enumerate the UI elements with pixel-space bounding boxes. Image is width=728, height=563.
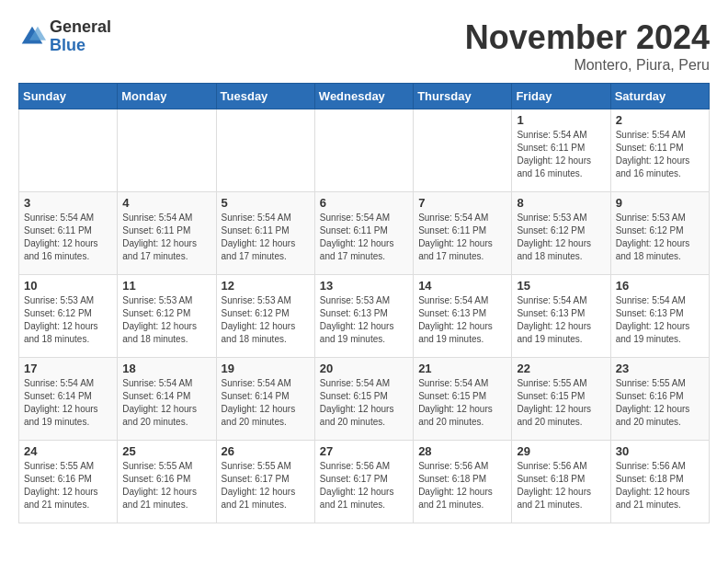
calendar-cell: 3Sunrise: 5:54 AMSunset: 6:11 PMDaylight… — [19, 192, 118, 275]
calendar-cell: 10Sunrise: 5:53 AMSunset: 6:12 PMDayligh… — [19, 275, 118, 358]
day-info: Sunrise: 5:55 AMSunset: 6:16 PMDaylight:… — [616, 377, 704, 429]
day-info: Sunrise: 5:55 AMSunset: 6:16 PMDaylight:… — [122, 460, 210, 511]
calendar-cell — [118, 109, 216, 192]
day-info: Sunrise: 5:53 AMSunset: 6:13 PMDaylight:… — [320, 294, 408, 346]
calendar-cell: 6Sunrise: 5:54 AMSunset: 6:11 PMDaylight… — [314, 192, 413, 275]
day-number: 15 — [517, 279, 605, 293]
calendar-cell: 5Sunrise: 5:54 AMSunset: 6:11 PMDaylight… — [216, 192, 314, 275]
day-number: 10 — [24, 279, 112, 293]
calendar-cell — [216, 109, 314, 192]
title-block: November 2024 Montero, Piura, Peru — [465, 18, 710, 74]
day-info: Sunrise: 5:56 AMSunset: 6:17 PMDaylight:… — [320, 460, 408, 511]
day-number: 14 — [418, 279, 506, 293]
calendar-cell: 19Sunrise: 5:54 AMSunset: 6:14 PMDayligh… — [216, 358, 314, 441]
logo-general-text: General — [50, 18, 111, 37]
day-number: 27 — [320, 444, 408, 458]
day-number: 28 — [418, 444, 506, 458]
calendar-cell: 17Sunrise: 5:54 AMSunset: 6:14 PMDayligh… — [19, 358, 118, 441]
calendar-cell: 20Sunrise: 5:54 AMSunset: 6:15 PMDayligh… — [314, 358, 413, 441]
day-number: 29 — [517, 444, 605, 458]
day-info: Sunrise: 5:54 AMSunset: 6:13 PMDaylight:… — [616, 294, 704, 346]
calendar-header-row: SundayMondayTuesdayWednesdayThursdayFrid… — [19, 84, 710, 109]
day-number: 8 — [517, 196, 605, 210]
calendar-cell: 12Sunrise: 5:53 AMSunset: 6:12 PMDayligh… — [216, 275, 314, 358]
calendar-cell: 23Sunrise: 5:55 AMSunset: 6:16 PMDayligh… — [610, 358, 709, 441]
day-info: Sunrise: 5:54 AMSunset: 6:14 PMDaylight:… — [122, 377, 210, 429]
calendar-week-5: 24Sunrise: 5:55 AMSunset: 6:16 PMDayligh… — [19, 441, 710, 523]
day-number: 12 — [222, 279, 310, 293]
day-number: 4 — [122, 196, 210, 210]
calendar-week-1: 1Sunrise: 5:54 AMSunset: 6:11 PMDaylight… — [19, 109, 710, 192]
page-header: General Blue November 2024 Montero, Piur… — [18, 18, 710, 74]
col-header-friday: Friday — [512, 84, 610, 109]
calendar-cell: 28Sunrise: 5:56 AMSunset: 6:18 PMDayligh… — [414, 441, 512, 523]
day-info: Sunrise: 5:54 AMSunset: 6:14 PMDaylight:… — [222, 377, 310, 429]
calendar-cell: 27Sunrise: 5:56 AMSunset: 6:17 PMDayligh… — [314, 441, 413, 523]
day-info: Sunrise: 5:55 AMSunset: 6:16 PMDaylight:… — [24, 460, 112, 511]
col-header-wednesday: Wednesday — [314, 84, 413, 109]
day-number: 1 — [517, 113, 605, 127]
calendar-cell: 14Sunrise: 5:54 AMSunset: 6:13 PMDayligh… — [414, 275, 512, 358]
day-info: Sunrise: 5:54 AMSunset: 6:14 PMDaylight:… — [24, 377, 112, 429]
day-info: Sunrise: 5:53 AMSunset: 6:12 PMDaylight:… — [24, 294, 112, 346]
day-info: Sunrise: 5:53 AMSunset: 6:12 PMDaylight:… — [122, 294, 210, 346]
day-number: 5 — [222, 196, 310, 210]
day-info: Sunrise: 5:54 AMSunset: 6:11 PMDaylight:… — [222, 212, 310, 263]
col-header-sunday: Sunday — [19, 84, 118, 109]
calendar-cell: 8Sunrise: 5:53 AMSunset: 6:12 PMDaylight… — [512, 192, 610, 275]
day-info: Sunrise: 5:54 AMSunset: 6:13 PMDaylight:… — [517, 294, 605, 346]
calendar-cell: 18Sunrise: 5:54 AMSunset: 6:14 PMDayligh… — [118, 358, 216, 441]
logo: General Blue — [18, 18, 111, 55]
day-info: Sunrise: 5:54 AMSunset: 6:11 PMDaylight:… — [24, 212, 112, 263]
calendar-cell: 25Sunrise: 5:55 AMSunset: 6:16 PMDayligh… — [118, 441, 216, 523]
day-info: Sunrise: 5:53 AMSunset: 6:12 PMDaylight:… — [616, 212, 704, 263]
calendar-cell: 30Sunrise: 5:56 AMSunset: 6:18 PMDayligh… — [610, 441, 709, 523]
day-info: Sunrise: 5:56 AMSunset: 6:18 PMDaylight:… — [616, 460, 704, 511]
calendar-cell: 2Sunrise: 5:54 AMSunset: 6:11 PMDaylight… — [610, 109, 709, 192]
calendar-week-4: 17Sunrise: 5:54 AMSunset: 6:14 PMDayligh… — [19, 358, 710, 441]
calendar-cell: 11Sunrise: 5:53 AMSunset: 6:12 PMDayligh… — [118, 275, 216, 358]
calendar-cell — [314, 109, 413, 192]
day-info: Sunrise: 5:55 AMSunset: 6:15 PMDaylight:… — [517, 377, 605, 429]
day-info: Sunrise: 5:54 AMSunset: 6:15 PMDaylight:… — [418, 377, 506, 429]
day-number: 16 — [616, 279, 704, 293]
day-info: Sunrise: 5:53 AMSunset: 6:12 PMDaylight:… — [222, 294, 310, 346]
day-number: 13 — [320, 279, 408, 293]
day-number: 17 — [24, 362, 112, 375]
day-info: Sunrise: 5:54 AMSunset: 6:11 PMDaylight:… — [418, 212, 506, 263]
day-info: Sunrise: 5:54 AMSunset: 6:13 PMDaylight:… — [418, 294, 506, 346]
day-info: Sunrise: 5:54 AMSunset: 6:15 PMDaylight:… — [320, 377, 408, 429]
day-number: 7 — [418, 196, 506, 210]
calendar-week-3: 10Sunrise: 5:53 AMSunset: 6:12 PMDayligh… — [19, 275, 710, 358]
calendar-cell: 15Sunrise: 5:54 AMSunset: 6:13 PMDayligh… — [512, 275, 610, 358]
calendar-cell: 26Sunrise: 5:55 AMSunset: 6:17 PMDayligh… — [216, 441, 314, 523]
calendar-table: SundayMondayTuesdayWednesdayThursdayFrid… — [18, 83, 710, 523]
col-header-monday: Monday — [118, 84, 216, 109]
day-info: Sunrise: 5:56 AMSunset: 6:18 PMDaylight:… — [517, 460, 605, 511]
logo-blue-text: Blue — [50, 37, 111, 55]
day-number: 18 — [122, 362, 210, 375]
day-number: 9 — [616, 196, 704, 210]
day-info: Sunrise: 5:56 AMSunset: 6:18 PMDaylight:… — [418, 460, 506, 511]
month-title: November 2024 — [465, 18, 710, 57]
col-header-saturday: Saturday — [610, 84, 709, 109]
col-header-tuesday: Tuesday — [216, 84, 314, 109]
calendar-cell: 9Sunrise: 5:53 AMSunset: 6:12 PMDaylight… — [610, 192, 709, 275]
day-number: 21 — [418, 362, 506, 375]
day-info: Sunrise: 5:54 AMSunset: 6:11 PMDaylight:… — [616, 129, 704, 180]
day-number: 26 — [222, 444, 310, 458]
calendar-cell: 29Sunrise: 5:56 AMSunset: 6:18 PMDayligh… — [512, 441, 610, 523]
logo-icon — [18, 23, 46, 51]
calendar-week-2: 3Sunrise: 5:54 AMSunset: 6:11 PMDaylight… — [19, 192, 710, 275]
calendar-cell: 1Sunrise: 5:54 AMSunset: 6:11 PMDaylight… — [512, 109, 610, 192]
calendar-cell: 4Sunrise: 5:54 AMSunset: 6:11 PMDaylight… — [118, 192, 216, 275]
calendar-cell: 22Sunrise: 5:55 AMSunset: 6:15 PMDayligh… — [512, 358, 610, 441]
day-info: Sunrise: 5:54 AMSunset: 6:11 PMDaylight:… — [320, 212, 408, 263]
day-number: 24 — [24, 444, 112, 458]
day-number: 30 — [616, 444, 704, 458]
day-number: 2 — [616, 113, 704, 127]
day-number: 23 — [616, 362, 704, 375]
calendar-cell: 16Sunrise: 5:54 AMSunset: 6:13 PMDayligh… — [610, 275, 709, 358]
day-info: Sunrise: 5:53 AMSunset: 6:12 PMDaylight:… — [517, 212, 605, 263]
day-number: 11 — [122, 279, 210, 293]
